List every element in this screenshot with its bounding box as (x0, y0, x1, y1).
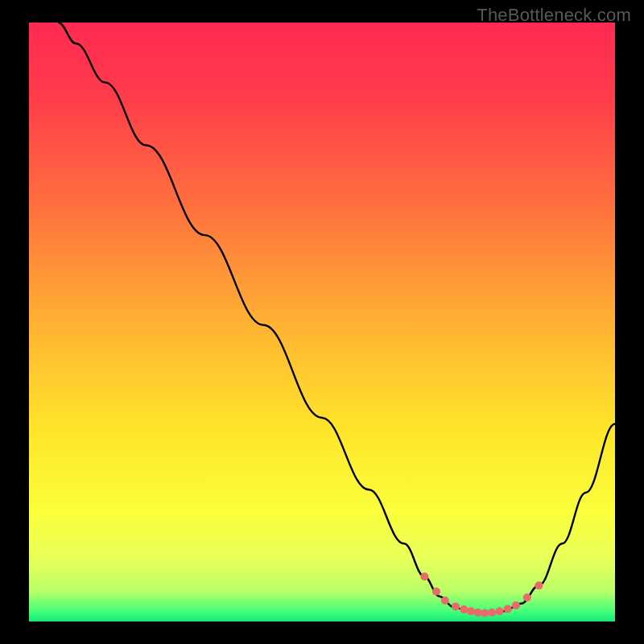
optimal-marker (460, 605, 468, 613)
optimal-marker (420, 572, 428, 580)
optimal-marker (488, 609, 496, 617)
optimal-marker (481, 609, 489, 617)
optimal-marker (535, 581, 543, 589)
optimal-marker (474, 609, 482, 617)
optimal-marker (496, 607, 504, 615)
optimal-marker (504, 605, 512, 613)
optimal-marker (467, 607, 475, 615)
optimal-marker (512, 601, 520, 609)
bottleneck-chart (29, 23, 615, 621)
chart-svg (29, 23, 615, 621)
optimal-marker (432, 588, 440, 596)
optimal-marker (523, 593, 531, 601)
optimal-marker (441, 597, 449, 605)
optimal-marker (452, 602, 460, 610)
chart-background (29, 23, 615, 621)
